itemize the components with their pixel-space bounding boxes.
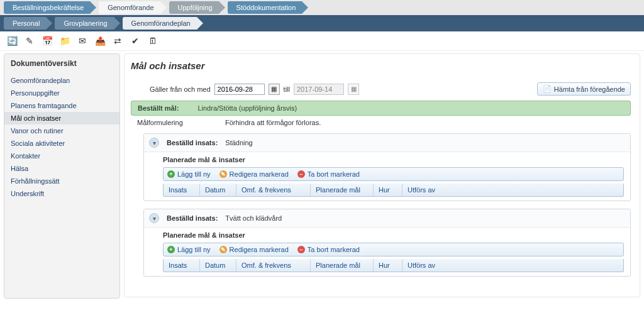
add-icon: +: [167, 246, 175, 253]
delete-button[interactable]: –Ta bort markerad: [297, 246, 360, 253]
sidebar-item-forhallningssatt[interactable]: Förhållningssätt: [4, 175, 119, 187]
malformulering-row: Målformulering Förhindra att förmågor fö…: [131, 116, 631, 129]
collapse-toggle-icon[interactable]: ▾: [149, 138, 159, 148]
action-bar-2: +Lägg till ny ✎Redigera markerad –Ta bor…: [163, 243, 624, 256]
exchange-icon[interactable]: ⇄: [112, 35, 123, 47]
col-utf[interactable]: Utförs av: [402, 259, 623, 272]
tab-stoddokumentation[interactable]: Stöddokumentation: [228, 1, 303, 14]
folder-icon[interactable]: 📁: [59, 35, 70, 47]
col-utf[interactable]: Utförs av: [402, 184, 623, 196]
grid-header-1: Insats Datum Omf. & frekvens Planerade m…: [163, 184, 624, 197]
sidebar-item-kontakter[interactable]: Kontakter: [4, 150, 119, 162]
sidebar-item-sociala-aktiviteter[interactable]: Sociala aktiviteter: [4, 137, 119, 150]
from-date-picker-icon[interactable]: ▦: [269, 84, 280, 95]
bestallt-mal-value: Lindra/Stötta (uppföljning årsvis): [197, 104, 297, 112]
sidebar-item-halsa[interactable]: Hälsa: [4, 162, 119, 175]
col-plan[interactable]: Planerade mål: [311, 184, 374, 196]
main-panel: Mål och insatser Gäller från och med ▦ t…: [124, 53, 640, 297]
insats-block-1: ▾ Beställd insats: Städning Planerade må…: [143, 133, 631, 201]
col-hur[interactable]: Hur: [374, 259, 402, 272]
add-button[interactable]: +Lägg till ny: [167, 246, 211, 253]
delete-button[interactable]: –Ta bort markerad: [297, 170, 360, 178]
from-date-input[interactable]: [214, 84, 265, 95]
add-button[interactable]: +Lägg till ny: [167, 170, 211, 178]
col-insats[interactable]: Insats: [164, 259, 200, 272]
add-icon: +: [167, 170, 175, 178]
edit-button[interactable]: ✎Redigera markerad: [219, 246, 289, 253]
edit-icon: ✎: [219, 170, 227, 178]
insats-header-1: ▾ Beställd insats: Städning: [144, 134, 630, 152]
fetch-previous-label: Hämta från föregående: [554, 85, 625, 93]
primary-tabs: Beställningsbekräftelse Genomförande Upp…: [0, 0, 644, 15]
malformulering-value: Förhindra att förmågor förloras.: [225, 119, 321, 126]
bestallt-mal-label: Beställt mål:: [138, 104, 179, 112]
sidebar: Dokumentöversikt Genomförandeplan Person…: [4, 53, 120, 299]
fetch-previous-icon: 📄: [543, 85, 552, 93]
malformulering-label: Målformulering: [137, 119, 206, 126]
mail-icon[interactable]: ✉: [77, 35, 88, 47]
planerade-heading-1: Planerade mål & insatser: [144, 152, 630, 166]
export-icon[interactable]: 📤: [94, 35, 106, 47]
edit-button[interactable]: ✎Redigera markerad: [219, 170, 289, 178]
collapse-toggle-icon[interactable]: ▾: [149, 213, 159, 223]
add-label: Lägg till ny: [177, 170, 211, 178]
schedule-icon[interactable]: 🗓: [147, 35, 158, 47]
add-label: Lägg till ny: [177, 246, 211, 253]
check-icon[interactable]: ✔: [130, 35, 141, 47]
sidebar-item-genomforandeplan[interactable]: Genomförandeplan: [4, 74, 119, 87]
from-label: Gäller från och med: [150, 85, 211, 93]
edit-label: Redigera markerad: [230, 170, 289, 178]
subtab-genomforandeplan[interactable]: Genomförandeplan: [123, 17, 197, 30]
subtab-grovplanering[interactable]: Grovplanering: [55, 17, 113, 30]
insats-label: Beställd insats:: [167, 214, 218, 222]
to-label: till: [284, 85, 290, 93]
to-date-input: [294, 84, 344, 95]
tab-bestallningsbekraftelse[interactable]: Beställningsbekräftelse: [4, 1, 90, 14]
refresh-icon[interactable]: 🔄: [6, 35, 18, 47]
insats-header-2: ▾ Beställd insats: Tvätt och klädvård: [144, 209, 630, 228]
planerade-heading-2: Planerade mål & insatser: [144, 228, 630, 241]
grid-header-2: Insats Datum Omf. & frekvens Planerade m…: [163, 259, 624, 272]
calendar-icon[interactable]: 📅: [42, 35, 53, 47]
insats-value-1: Städning: [225, 139, 252, 146]
toolbar: 🔄 ✎ 📅 📁 ✉ 📤 ⇄ ✔ 🗓: [0, 31, 644, 51]
col-datum[interactable]: Datum: [200, 259, 236, 272]
col-plan[interactable]: Planerade mål: [311, 259, 374, 272]
action-bar-1: +Lägg till ny ✎Redigera markerad –Ta bor…: [163, 167, 624, 181]
subtab-personal[interactable]: Personal: [4, 17, 46, 30]
sidebar-item-personuppgifter[interactable]: Personuppgifter: [4, 87, 119, 99]
col-datum[interactable]: Datum: [200, 184, 236, 196]
sidebar-item-underskrift[interactable]: Underskrift: [4, 187, 119, 200]
secondary-tabs: Personal Grovplanering Genomförandeplan: [0, 15, 644, 31]
to-date-picker-icon: ▦: [348, 84, 359, 95]
edit-icon[interactable]: ✎: [24, 35, 35, 47]
col-hur[interactable]: Hur: [374, 184, 402, 196]
bestallt-mal-row: Beställt mål: Lindra/Stötta (uppföljning…: [131, 101, 631, 116]
delete-icon: –: [297, 170, 305, 178]
delete-label: Ta bort markerad: [308, 246, 360, 253]
sidebar-item-planens-framtagande[interactable]: Planens framtagande: [4, 99, 119, 112]
edit-label: Redigera markerad: [230, 246, 289, 253]
page-title: Mål och insatser: [131, 60, 631, 71]
date-range-row: Gäller från och med ▦ till ▦ 📄 Hämta frå…: [131, 82, 631, 96]
col-omf[interactable]: Omf. & frekvens: [236, 259, 311, 272]
sidebar-title: Dokumentöversikt: [4, 54, 119, 74]
insats-block-2: ▾ Beställd insats: Tvätt och klädvård Pl…: [143, 209, 631, 277]
insats-value-2: Tvätt och klädvård: [225, 214, 282, 222]
tab-genomforande[interactable]: Genomförande: [99, 1, 160, 14]
delete-icon: –: [297, 246, 305, 253]
col-insats[interactable]: Insats: [164, 184, 200, 196]
insats-label: Beställd insats:: [167, 139, 218, 146]
fetch-previous-button[interactable]: 📄 Hämta från föregående: [537, 82, 631, 96]
edit-icon: ✎: [219, 246, 227, 253]
delete-label: Ta bort markerad: [308, 170, 360, 178]
tab-uppfoljning[interactable]: Uppföljning: [169, 1, 219, 14]
sidebar-item-vanor-och-rutiner[interactable]: Vanor och rutiner: [4, 124, 119, 137]
sidebar-item-mal-och-insatser[interactable]: Mål och insatser: [4, 112, 119, 124]
col-omf[interactable]: Omf. & frekvens: [236, 184, 311, 196]
